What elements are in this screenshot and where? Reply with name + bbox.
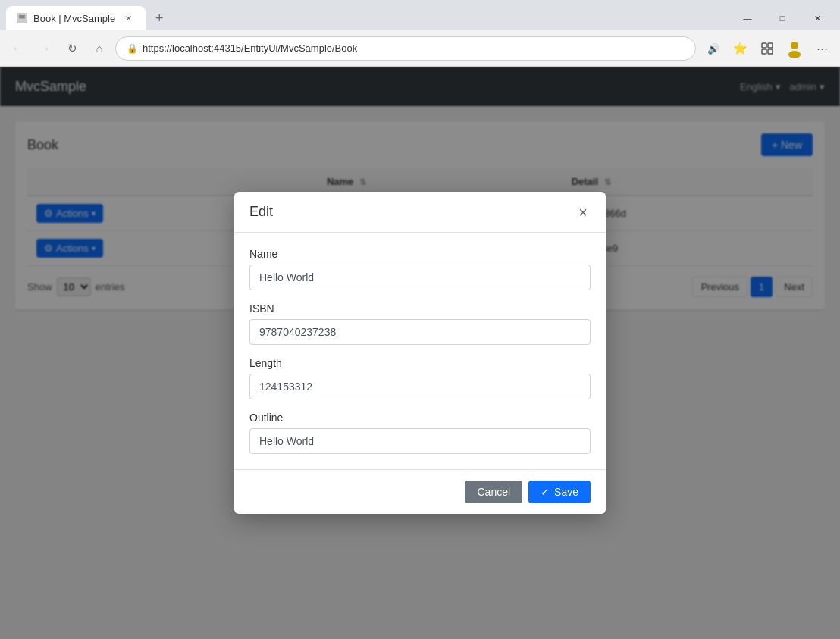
- tab-favicon: [17, 13, 27, 23]
- refresh-button[interactable]: ↻: [61, 37, 83, 60]
- edit-modal: Edit × Name ISBN Length: [234, 192, 606, 514]
- name-label: Name: [249, 248, 591, 260]
- favorites-icon[interactable]: ⭐: [728, 36, 752, 61]
- length-label: Length: [249, 357, 591, 369]
- toolbar-icons: 🔊 ⭐ ⋯: [701, 36, 834, 61]
- save-check-icon: ✓: [541, 486, 550, 498]
- close-button[interactable]: ✕: [801, 7, 834, 30]
- outline-label: Outline: [249, 412, 591, 424]
- name-field-group: Name: [249, 248, 591, 290]
- page-content: MvcSample English ▾ admin ▾ Book: [0, 67, 840, 639]
- home-button[interactable]: ⌂: [88, 37, 111, 60]
- isbn-field-group: ISBN: [249, 302, 591, 345]
- modal-close-button[interactable]: ×: [575, 205, 591, 220]
- svg-text:🔊: 🔊: [707, 42, 719, 55]
- svg-point-8: [791, 42, 798, 49]
- modal-body: Name ISBN Length Outline: [234, 233, 606, 469]
- modal-overlay[interactable]: Edit × Name ISBN Length: [0, 67, 840, 639]
- back-button[interactable]: ←: [6, 37, 29, 60]
- save-label: Save: [554, 486, 578, 498]
- profile-icon[interactable]: [782, 36, 807, 61]
- length-field-group: Length: [249, 357, 591, 399]
- settings-icon[interactable]: ⋯: [810, 36, 834, 61]
- cancel-button[interactable]: Cancel: [465, 481, 522, 503]
- save-button[interactable]: ✓ Save: [528, 481, 591, 503]
- isbn-input[interactable]: [249, 319, 591, 345]
- svg-rect-7: [768, 49, 773, 54]
- new-tab-button[interactable]: +: [149, 8, 170, 29]
- browser-toolbar: ← → ↻ ⌂ 🔒 https://localhost:44315/Entity…: [0, 30, 840, 67]
- window-controls: — □ ✕: [731, 7, 834, 30]
- modal-title: Edit: [249, 204, 273, 220]
- address-bar[interactable]: 🔒 https://localhost:44315/EntityUi/MvcSa…: [115, 36, 696, 61]
- svg-rect-1: [19, 15, 25, 17]
- lock-icon: 🔒: [127, 43, 138, 54]
- outline-input[interactable]: [249, 428, 591, 454]
- isbn-label: ISBN: [249, 302, 591, 315]
- maximize-button[interactable]: □: [766, 7, 799, 30]
- title-bar: Book | MvcSample ✕ + — □ ✕: [0, 0, 840, 30]
- collections-icon[interactable]: [755, 36, 779, 61]
- tab-close-button[interactable]: ✕: [121, 11, 135, 25]
- minimize-button[interactable]: —: [731, 7, 764, 30]
- modal-header: Edit ×: [234, 192, 606, 233]
- svg-rect-2: [19, 17, 25, 19]
- svg-rect-6: [762, 49, 766, 54]
- name-input[interactable]: [249, 265, 591, 290]
- length-input[interactable]: [249, 374, 591, 399]
- outline-field-group: Outline: [249, 412, 591, 454]
- modal-footer: Cancel ✓ Save: [234, 469, 606, 514]
- read-aloud-icon[interactable]: 🔊: [701, 36, 725, 61]
- svg-rect-4: [762, 43, 766, 48]
- svg-rect-5: [768, 43, 773, 48]
- address-text: https://localhost:44315/EntityUi/MvcSamp…: [143, 42, 685, 54]
- forward-button[interactable]: →: [33, 37, 56, 60]
- svg-point-9: [788, 51, 801, 58]
- tab-title: Book | MvcSample: [33, 13, 115, 24]
- browser-window: Book | MvcSample ✕ + — □ ✕ ← → ↻ ⌂ 🔒 htt…: [0, 0, 840, 639]
- active-tab[interactable]: Book | MvcSample ✕: [6, 6, 146, 30]
